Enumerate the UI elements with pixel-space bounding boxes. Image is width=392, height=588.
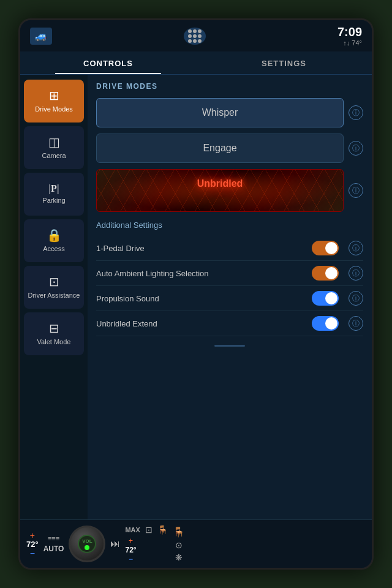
whisper-info-icon[interactable]: ⓘ bbox=[349, 105, 363, 120]
toggle-unbridled-extend[interactable] bbox=[312, 316, 339, 331]
drive-mode-whisper-row: Whisper ⓘ bbox=[96, 98, 363, 127]
sidebar-label-access: Access bbox=[43, 245, 64, 253]
sidebar: ⊞ Drive Modes ◫ Camera |P| Parking 🔒 Acc… bbox=[20, 75, 88, 519]
setting-toggle-unbridled-extend-container: ⓘ bbox=[312, 316, 363, 331]
setting-row-propulsion: Propulsion Sound ⓘ bbox=[96, 286, 363, 311]
volume-knob[interactable]: VOL bbox=[69, 526, 105, 562]
setting-row-unbridled-extend: Unbridled Extend ⓘ bbox=[96, 311, 363, 336]
unbridled-label: Unbridled bbox=[197, 178, 243, 189]
ambient-info-icon[interactable]: ⓘ bbox=[349, 266, 363, 281]
setting-toggle-propulsion-container: ⓘ bbox=[312, 291, 363, 306]
valet-mode-icon: ⊟ bbox=[49, 321, 59, 336]
sidebar-item-parking[interactable]: |P| Parking bbox=[24, 173, 84, 216]
top-bar-left: 🚙 bbox=[30, 28, 52, 45]
tab-settings[interactable]: SETTINGS bbox=[196, 51, 372, 74]
steering-heat-icon[interactable]: ⊙ bbox=[175, 540, 183, 550]
left-temp-value: 72° bbox=[26, 540, 39, 549]
propulsion-info-icon[interactable]: ⓘ bbox=[349, 291, 363, 306]
access-icon: 🔒 bbox=[47, 228, 62, 243]
fan-lines-icon: ≡≡≡ bbox=[48, 535, 59, 542]
setting-row-ambient: Auto Ambient Lighting Selection ⓘ bbox=[96, 261, 363, 286]
top-bar: 🚙 7:09 ↑↓ 74° bbox=[20, 20, 372, 51]
left-temp-control: + 72° − bbox=[26, 531, 39, 557]
setting-label-unbridled-extend: Unbridled Extend bbox=[96, 319, 312, 328]
toggle-knob-propulsion bbox=[325, 292, 337, 304]
screen: 🚙 7:09 ↑↓ 74° CONTROLS SETTINGS ⊞ Drive … bbox=[18, 18, 374, 570]
toggle-1pedal[interactable] bbox=[312, 241, 339, 255]
setting-label-1pedal: 1-Pedal Drive bbox=[96, 244, 312, 253]
sidebar-label-camera: Camera bbox=[42, 152, 66, 160]
tab-controls[interactable]: CONTROLS bbox=[20, 51, 196, 74]
sidebar-item-camera[interactable]: ◫ Camera bbox=[24, 126, 84, 169]
right-temp-plus[interactable]: + bbox=[129, 537, 133, 545]
left-temp-plus[interactable]: + bbox=[30, 531, 35, 540]
sidebar-label-drive-modes: Drive Modes bbox=[35, 105, 73, 113]
seat-icon[interactable]: 🪑 bbox=[157, 525, 168, 535]
unbridled-extend-info-icon[interactable]: ⓘ bbox=[349, 316, 363, 331]
sidebar-label-driver-assistance: Driver Assistance bbox=[28, 292, 80, 300]
grid-menu-button[interactable] bbox=[184, 28, 206, 45]
right-panel: DRIVE MODES Whisper ⓘ Engage ⓘ Unbridled… bbox=[88, 75, 372, 519]
clock: 7:09 bbox=[337, 25, 362, 39]
drive-mode-unbridled-row: Unbridled ⓘ bbox=[96, 169, 363, 212]
sidebar-label-parking: Parking bbox=[42, 197, 65, 205]
scroll-indicator bbox=[214, 345, 245, 347]
drive-mode-unbridled-btn[interactable]: Unbridled bbox=[96, 169, 344, 212]
drive-mode-engage-btn[interactable]: Engage bbox=[96, 134, 344, 163]
setting-toggle-1pedal-container: ⓘ bbox=[312, 241, 363, 255]
rear-defrost-icon[interactable]: ⊡ bbox=[145, 525, 153, 535]
drive-mode-engage-row: Engage ⓘ bbox=[96, 134, 363, 163]
status-icons: ↑↓ 74° bbox=[343, 39, 362, 47]
setting-label-ambient: Auto Ambient Lighting Selection bbox=[96, 269, 312, 278]
heated-seat-icon[interactable]: 🪑 bbox=[173, 526, 185, 538]
sidebar-item-valet-mode[interactable]: ⊟ Valet Mode bbox=[24, 312, 84, 355]
drive-mode-whisper-btn[interactable]: Whisper bbox=[96, 98, 344, 127]
sidebar-label-valet-mode: Valet Mode bbox=[37, 338, 71, 346]
setting-row-1pedal: 1-Pedal Drive ⓘ bbox=[96, 236, 363, 261]
1pedal-info-icon[interactable]: ⓘ bbox=[349, 241, 363, 255]
toggle-knob-1pedal bbox=[325, 242, 337, 254]
max-label: MAX bbox=[125, 526, 140, 533]
power-indicator bbox=[85, 545, 89, 550]
driver-assistance-icon: ⊡ bbox=[49, 274, 59, 289]
left-temp-minus[interactable]: − bbox=[30, 549, 35, 557]
media-icon[interactable]: ⏭ bbox=[110, 538, 120, 549]
additional-settings-header: Additional Settings bbox=[96, 221, 363, 230]
vol-label: VOL bbox=[82, 538, 92, 544]
car-icon[interactable]: 🚙 bbox=[30, 28, 52, 45]
tab-bar: CONTROLS SETTINGS bbox=[20, 51, 372, 75]
sidebar-item-drive-modes[interactable]: ⊞ Drive Modes bbox=[24, 80, 84, 123]
camera-icon: ◫ bbox=[48, 135, 60, 149]
parking-icon: |P| bbox=[49, 183, 59, 194]
top-bar-right: 7:09 ↑↓ 74° bbox=[337, 25, 362, 47]
toggle-knob-unbridled-extend bbox=[325, 317, 337, 330]
sidebar-item-access[interactable]: 🔒 Access bbox=[24, 219, 84, 262]
setting-toggle-ambient-container: ⓘ bbox=[312, 266, 363, 281]
unbridled-info-icon[interactable]: ⓘ bbox=[349, 183, 363, 198]
setting-label-propulsion: Propulsion Sound bbox=[96, 294, 312, 303]
right-controls: MAX ⊡ 🪑 + 72° − bbox=[125, 525, 167, 563]
vent-fan-icon[interactable]: ❋ bbox=[175, 552, 183, 562]
toggle-ambient[interactable] bbox=[312, 266, 339, 281]
main-content: ⊞ Drive Modes ◫ Camera |P| Parking 🔒 Acc… bbox=[20, 75, 372, 519]
toggle-propulsion[interactable] bbox=[312, 291, 339, 306]
vol-inner: VOL bbox=[78, 535, 96, 553]
drive-modes-header: DRIVE MODES bbox=[96, 82, 363, 91]
toggle-knob-ambient bbox=[325, 267, 337, 279]
engage-info-icon[interactable]: ⓘ bbox=[349, 141, 363, 156]
auto-label: AUTO bbox=[43, 545, 64, 553]
sidebar-item-driver-assistance[interactable]: ⊡ Driver Assistance bbox=[24, 266, 84, 309]
bottom-bar: + 72° − ≡≡≡ AUTO VOL ⏭ MAX ⊡ bbox=[20, 519, 372, 568]
right-temp-value: 72° bbox=[125, 546, 136, 554]
drive-modes-icon: ⊞ bbox=[49, 88, 59, 103]
right-temp-minus[interactable]: − bbox=[129, 556, 133, 563]
